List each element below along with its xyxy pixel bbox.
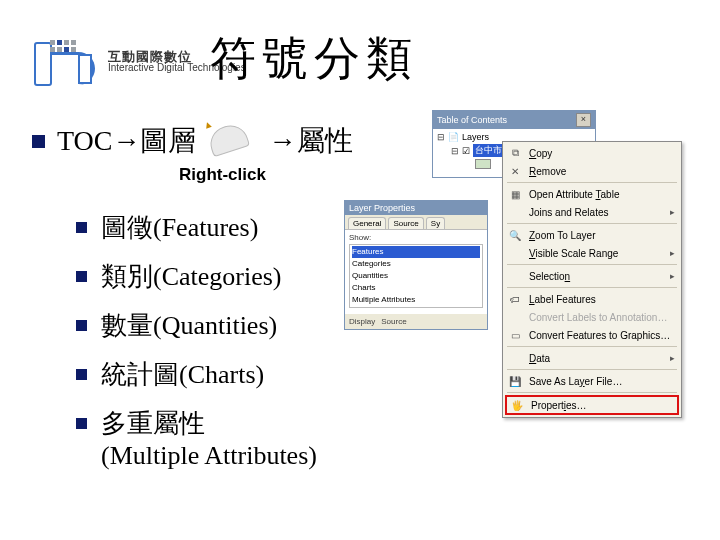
- sub-bullet-text: 圖徵(Features): [101, 210, 258, 245]
- main-bullet: TOC→圖層 →屬性: [32, 120, 353, 162]
- lp-show-list[interactable]: FeaturesCategoriesQuantitiesChartsMultip…: [349, 244, 483, 308]
- blank-icon: [507, 351, 523, 365]
- lp-option[interactable]: Multiple Attributes: [352, 294, 480, 306]
- menu-item-label: Remove: [529, 166, 566, 177]
- lp-option[interactable]: Charts: [352, 282, 480, 294]
- menu-item[interactable]: ▭Convert Features to Graphics…: [503, 326, 681, 344]
- sub-bullet: 多重屬性(Multiple Attributes): [76, 406, 317, 471]
- disk-icon: 💾: [507, 374, 523, 388]
- submenu-arrow-icon: ▸: [670, 271, 675, 281]
- menu-item[interactable]: ⧉Copy: [503, 144, 681, 162]
- lp-titlebar: Layer Properties: [345, 201, 487, 215]
- menu-item: Convert Labels to Annotation…: [503, 308, 681, 326]
- blank-icon: [507, 269, 523, 283]
- menu-item[interactable]: 🔍Zoom To Layer: [503, 226, 681, 244]
- blank-icon: [507, 246, 523, 260]
- menu-item[interactable]: 🏷Label Features: [503, 290, 681, 308]
- lp-option[interactable]: Features: [352, 246, 480, 258]
- submenu-arrow-icon: ▸: [670, 207, 675, 217]
- x-icon: ✕: [507, 164, 523, 178]
- menu-item-label: Convert Features to Graphics…: [529, 330, 670, 341]
- lp-tab[interactable]: General: [348, 217, 386, 229]
- menu-item-label: Zoom To Layer: [529, 230, 596, 241]
- menu-item[interactable]: 💾Save As Layer File…: [503, 372, 681, 390]
- menu-item[interactable]: Joins and Relates▸: [503, 203, 681, 221]
- menu-item[interactable]: Data▸: [503, 349, 681, 367]
- mouse-icon: [203, 120, 263, 162]
- lp-option[interactable]: Quantities: [352, 270, 480, 282]
- lp-tab[interactable]: Source: [388, 217, 423, 229]
- menu-item-label: Save As Layer File…: [529, 376, 622, 387]
- sub-bullet-list: 圖徵(Features)類別(Categories)數量(Quantities)…: [76, 210, 317, 485]
- menu-item-label: Label Features: [529, 294, 596, 305]
- tag-icon: 🏷: [507, 292, 523, 306]
- submenu-arrow-icon: ▸: [670, 248, 675, 258]
- toc-title-text: Table of Contents: [437, 115, 507, 125]
- layer-properties-dialog: Layer Properties GeneralSourceSy Show: F…: [344, 200, 488, 330]
- menu-item-label: Joins and Relates: [529, 207, 609, 218]
- sub-bullet: 統計圖(Charts): [76, 357, 317, 392]
- close-icon[interactable]: ×: [576, 113, 591, 127]
- main-bullet-a: TOC→圖層: [57, 122, 197, 160]
- bullet-icon: [76, 320, 87, 331]
- menu-item[interactable]: Visible Scale Range▸: [503, 244, 681, 262]
- bullet-icon: [32, 135, 45, 148]
- lp-option[interactable]: Categories: [352, 258, 480, 270]
- copy-icon: ⧉: [507, 146, 523, 160]
- layers-icon: 📄: [448, 132, 459, 142]
- menu-item[interactable]: 🖐Properties…: [505, 395, 679, 415]
- table-icon: ▦: [507, 187, 523, 201]
- symbol-swatch: [475, 159, 491, 169]
- sub-bullet: 圖徵(Features): [76, 210, 317, 245]
- blank-icon: [507, 205, 523, 219]
- bullet-icon: [76, 369, 87, 380]
- toc-root-label: Layers: [462, 132, 489, 142]
- lp-show-label: Show:: [349, 233, 483, 242]
- lp-footer-tabs: DisplaySource: [345, 314, 487, 329]
- sub-bullet: 數量(Quantities): [76, 308, 317, 343]
- logo-mark: [34, 42, 98, 82]
- menu-item-label: Properties…: [531, 400, 587, 411]
- menu-item-label: Visible Scale Range: [529, 248, 618, 259]
- menu-item-label: Data: [529, 353, 550, 364]
- sub-bullet-text: 類別(Categories): [101, 259, 282, 294]
- prop-icon: 🖐: [509, 398, 525, 412]
- main-bullet-b: →屬性: [269, 122, 353, 160]
- menu-item-label: Convert Labels to Annotation…: [529, 312, 667, 323]
- submenu-arrow-icon: ▸: [670, 353, 675, 363]
- context-menu: ⧉Copy✕Remove▦Open Attribute TableJoins a…: [502, 141, 682, 418]
- toc-titlebar: Table of Contents ×: [433, 111, 595, 129]
- menu-item-label: Open Attribute Table: [529, 189, 619, 200]
- zoom-icon: 🔍: [507, 228, 523, 242]
- bullet-icon: [76, 418, 87, 429]
- menu-item[interactable]: Selection▸: [503, 267, 681, 285]
- sub-bullet: 類別(Categories): [76, 259, 317, 294]
- lp-tab[interactable]: Sy: [426, 217, 445, 229]
- bullet-icon: [76, 271, 87, 282]
- sub-bullet-text: 統計圖(Charts): [101, 357, 264, 392]
- menu-item[interactable]: ✕Remove: [503, 162, 681, 180]
- menu-item-label: Copy: [529, 148, 552, 159]
- blank-icon: [507, 310, 523, 324]
- right-click-label: Right-click: [179, 165, 266, 185]
- lp-footer-tab[interactable]: Display: [349, 317, 375, 326]
- bullet-icon: [76, 222, 87, 233]
- lp-tabs: GeneralSourceSy: [345, 215, 487, 230]
- slide-title: 符號分類: [210, 28, 418, 90]
- sel-icon: ▭: [507, 328, 523, 342]
- sub-bullet-text: 數量(Quantities): [101, 308, 277, 343]
- sub-bullet-text: 多重屬性(Multiple Attributes): [101, 406, 317, 471]
- menu-item-label: Selection: [529, 271, 570, 282]
- lp-footer-tab[interactable]: Source: [381, 317, 406, 326]
- menu-item[interactable]: ▦Open Attribute Table: [503, 185, 681, 203]
